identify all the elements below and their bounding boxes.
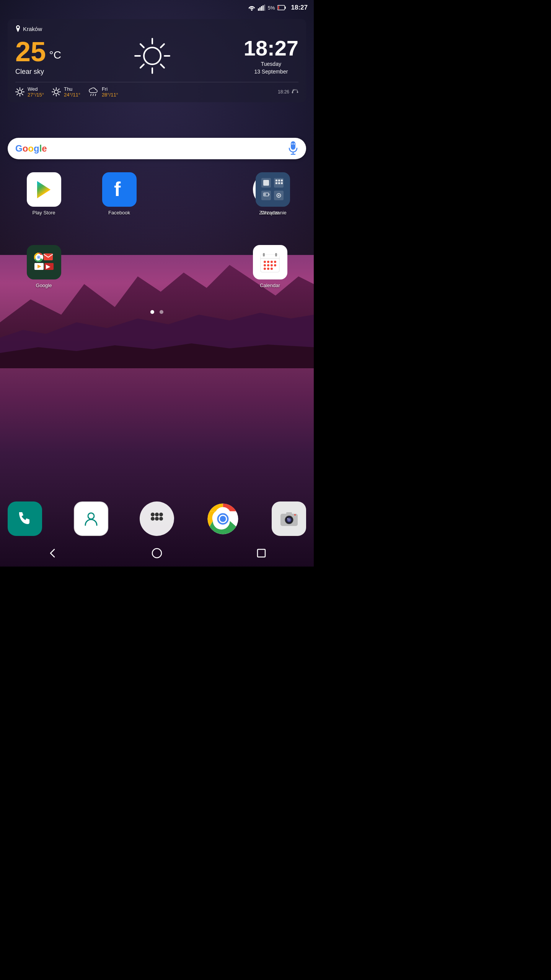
svg-rect-4 — [264, 5, 265, 11]
temperature-value: 25 — [15, 36, 46, 67]
svg-line-34 — [53, 94, 54, 95]
dock — [8, 501, 306, 536]
forecast-thu-day: Thu — [64, 86, 80, 92]
forecast-wed: Wed 27°/15° — [15, 86, 44, 98]
weather-description: Clear sky — [15, 68, 61, 76]
status-icons: 5% 18:27 — [248, 4, 308, 11]
dock-camera[interactable] — [272, 501, 306, 536]
drawer-icon — [140, 501, 174, 536]
dock-contacts[interactable] — [74, 501, 108, 536]
svg-point-68 — [38, 256, 39, 258]
svg-line-36 — [93, 94, 93, 96]
svg-point-92 — [155, 513, 159, 516]
svg-line-14 — [161, 64, 164, 68]
svg-point-79 — [271, 261, 273, 263]
page-dot-1[interactable] — [150, 310, 154, 314]
app-manage[interactable]: Zarządzanie — [234, 172, 311, 216]
svg-rect-110 — [258, 549, 265, 557]
temperature-display: 25 °C — [15, 38, 61, 65]
weather-location: Kraków — [15, 25, 298, 32]
app-google-folder[interactable]: ▶ Google — [8, 245, 80, 288]
voice-search-icon[interactable] — [288, 141, 298, 156]
svg-rect-89 — [275, 253, 277, 256]
forecast-thu-temps: 24°/11° — [64, 92, 80, 98]
svg-rect-0 — [258, 8, 259, 11]
weather-forecast: Wed 27°/15° Thu 24°/11° — [15, 82, 298, 98]
svg-rect-56 — [278, 182, 280, 184]
svg-point-80 — [274, 261, 276, 263]
dock-drawer[interactable] — [140, 501, 174, 536]
svg-point-81 — [264, 264, 266, 266]
camera-icon — [272, 501, 306, 536]
forecast-thu: Thu 24°/11° — [52, 86, 80, 98]
svg-point-94 — [151, 517, 155, 521]
weather-time-section: 18:27 Tuesday 13 September — [244, 38, 298, 75]
svg-rect-1 — [259, 7, 261, 11]
svg-point-95 — [155, 517, 159, 521]
svg-point-8 — [144, 47, 161, 64]
svg-rect-7 — [278, 6, 279, 10]
google-folder-icon: ▶ — [27, 245, 61, 279]
svg-line-31 — [53, 89, 54, 90]
location-pin-icon — [15, 25, 21, 32]
svg-point-100 — [220, 516, 226, 522]
refresh-icon[interactable] — [292, 88, 298, 95]
forecast-sun-wed — [15, 87, 24, 96]
svg-rect-57 — [281, 182, 283, 184]
app-calendar[interactable]: Calendar — [234, 245, 306, 288]
svg-rect-41 — [292, 143, 293, 145]
city-name: Kraków — [23, 26, 42, 32]
temperature-unit: °C — [49, 49, 61, 61]
svg-line-25 — [17, 94, 18, 95]
svg-line-24 — [22, 89, 23, 90]
weather-widget: Kraków 25 °C Clear sky — [8, 19, 306, 102]
chrome-dock-icon — [206, 501, 240, 536]
weather-sun-icon — [133, 37, 171, 77]
svg-rect-88 — [263, 253, 265, 256]
manage-icon — [256, 172, 290, 207]
svg-line-16 — [140, 64, 144, 68]
nav-back-button[interactable] — [43, 544, 62, 563]
svg-point-108 — [294, 514, 296, 516]
svg-point-105 — [288, 519, 290, 521]
svg-line-33 — [59, 89, 59, 90]
dock-chrome[interactable] — [206, 501, 240, 536]
page-dots — [150, 310, 163, 314]
nav-home-button[interactable] — [147, 544, 166, 563]
app-grid-row2: ▶ Google — [8, 245, 306, 288]
svg-point-109 — [152, 549, 161, 558]
svg-rect-54 — [281, 180, 283, 181]
svg-text:▶: ▶ — [46, 263, 51, 270]
svg-point-85 — [264, 268, 266, 270]
svg-point-96 — [159, 517, 163, 521]
svg-rect-38 — [291, 141, 295, 150]
calendar-label: Calendar — [260, 283, 280, 288]
nav-bar — [0, 540, 314, 567]
dock-phone[interactable] — [8, 501, 42, 536]
svg-point-91 — [151, 513, 155, 516]
forecast-sun-thu — [52, 87, 61, 96]
phone-icon — [8, 501, 42, 536]
svg-point-86 — [267, 268, 269, 270]
forecast-fri-day: Fri — [102, 86, 118, 92]
svg-point-93 — [159, 513, 163, 516]
svg-line-15 — [161, 44, 164, 47]
svg-point-90 — [88, 513, 94, 519]
svg-line-22 — [17, 89, 18, 90]
last-updated-time: 18:26 — [278, 89, 289, 95]
nav-recents-button[interactable] — [252, 544, 271, 563]
svg-rect-2 — [261, 6, 262, 11]
svg-rect-52 — [276, 180, 277, 181]
svg-point-77 — [264, 261, 266, 263]
svg-point-78 — [267, 261, 269, 263]
wifi-icon — [248, 5, 256, 11]
weather-clock: 18:27 — [244, 38, 298, 59]
svg-line-23 — [22, 94, 23, 95]
forecast-fri: Fri 28°/11° — [88, 86, 118, 98]
svg-rect-60 — [269, 194, 269, 195]
forecast-wed-temps: 27°/15° — [28, 92, 44, 98]
page-dot-2[interactable] — [160, 310, 163, 314]
svg-point-84 — [274, 264, 276, 266]
svg-rect-107 — [286, 512, 292, 514]
google-search-bar[interactable]: Google — [8, 138, 306, 159]
